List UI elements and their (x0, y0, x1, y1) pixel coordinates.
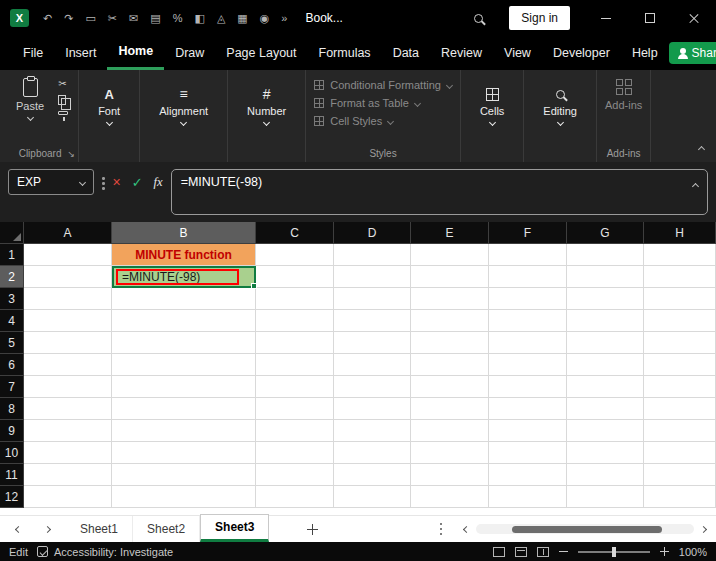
cell-E6[interactable] (411, 354, 489, 376)
cell-D3[interactable] (334, 288, 411, 310)
cell-A6[interactable] (24, 354, 112, 376)
cell-C6[interactable] (256, 354, 334, 376)
cell-G5[interactable] (567, 332, 644, 354)
font-button[interactable]: A Font (87, 76, 131, 146)
select-all-corner[interactable] (0, 222, 24, 244)
column-header-E[interactable]: E (411, 222, 489, 244)
next-sheet-button[interactable] (44, 525, 51, 532)
minimize-button[interactable] (584, 0, 628, 36)
cell-D10[interactable] (334, 442, 411, 464)
cell-C12[interactable] (256, 486, 334, 508)
cell-E11[interactable] (411, 464, 489, 486)
row-header-9[interactable]: 9 (0, 420, 24, 442)
paste-page-icon[interactable]: ▭ (79, 0, 101, 36)
cell-B9[interactable] (112, 420, 256, 442)
cell-F8[interactable] (489, 398, 567, 420)
row-header-1[interactable]: 1 (0, 244, 24, 266)
cell-H9[interactable] (644, 420, 716, 442)
cell-E3[interactable] (411, 288, 489, 310)
tab-review[interactable]: Review (430, 36, 493, 70)
column-header-B[interactable]: B (112, 222, 256, 244)
zoom-in-button[interactable] (660, 547, 669, 556)
collapse-ribbon-button[interactable] (699, 138, 704, 156)
cell-C5[interactable] (256, 332, 334, 354)
cell-F9[interactable] (489, 420, 567, 442)
cell-B10[interactable] (112, 442, 256, 464)
enter-button[interactable]: ✓ (132, 176, 143, 189)
column-header-D[interactable]: D (334, 222, 411, 244)
cell-E2[interactable] (411, 266, 489, 288)
cell-A3[interactable] (24, 288, 112, 310)
cell-A2[interactable] (24, 266, 112, 288)
clipboard-dialog-launcher-icon[interactable]: ↘ (68, 150, 76, 159)
cell-B12[interactable] (112, 486, 256, 508)
cut-button[interactable]: ✂ (58, 79, 68, 89)
sheet-tab-sheet1[interactable]: Sheet1 (66, 516, 133, 542)
cell-D12[interactable] (334, 486, 411, 508)
cell-D7[interactable] (334, 376, 411, 398)
copy-button[interactable] (58, 95, 66, 105)
cell-D11[interactable] (334, 464, 411, 486)
cell-C9[interactable] (256, 420, 334, 442)
sheet-tab-sheet2[interactable]: Sheet2 (133, 516, 200, 542)
cell-E7[interactable] (411, 376, 489, 398)
cell-C7[interactable] (256, 376, 334, 398)
cell-D6[interactable] (334, 354, 411, 376)
cell-E5[interactable] (411, 332, 489, 354)
cell-D2[interactable] (334, 266, 411, 288)
cell-E12[interactable] (411, 486, 489, 508)
cell-D5[interactable] (334, 332, 411, 354)
fill-color-icon[interactable]: ◧ (188, 0, 210, 36)
tab-help[interactable]: Help (621, 36, 669, 70)
column-header-C[interactable]: C (256, 222, 334, 244)
previous-sheet-button[interactable] (15, 525, 22, 532)
alignment-button[interactable]: ≡ Alignment (148, 76, 219, 146)
cell-G1[interactable] (567, 244, 644, 266)
format-as-table-button[interactable]: Format as Table (314, 97, 420, 109)
tab-insert[interactable]: Insert (54, 36, 107, 70)
column-header-H[interactable]: H (644, 222, 716, 244)
row-header-6[interactable]: 6 (0, 354, 24, 376)
normal-view-button[interactable] (493, 547, 505, 557)
fill-handle[interactable] (251, 283, 257, 289)
cell-B11[interactable] (112, 464, 256, 486)
search-button[interactable] (461, 0, 495, 36)
row-header-12[interactable]: 12 (0, 486, 24, 508)
cell-F1[interactable] (489, 244, 567, 266)
cell-B7[interactable] (112, 376, 256, 398)
row-header-4[interactable]: 4 (0, 310, 24, 332)
cell-A5[interactable] (24, 332, 112, 354)
cell-H10[interactable] (644, 442, 716, 464)
zoom-slider[interactable] (578, 551, 650, 553)
formula-input[interactable]: =MINUTE(-98) (171, 169, 708, 215)
editing-button[interactable]: Editing (532, 76, 588, 146)
overflow-icon[interactable]: » (275, 0, 293, 36)
cell-C10[interactable] (256, 442, 334, 464)
sheet-tab-sheet3[interactable]: Sheet3 (200, 514, 269, 542)
cells-button[interactable]: Cells (469, 76, 515, 146)
cell-C4[interactable] (256, 310, 334, 332)
cell-F2[interactable] (489, 266, 567, 288)
cell-C1[interactable] (256, 244, 334, 266)
print-icon[interactable]: ▤ (144, 0, 166, 36)
tab-home[interactable]: Home (107, 36, 164, 70)
cell-G6[interactable] (567, 354, 644, 376)
cell-B3[interactable] (112, 288, 256, 310)
scroll-left-button[interactable] (463, 525, 470, 532)
cell-G2[interactable] (567, 266, 644, 288)
new-sheet-button[interactable] (299, 516, 325, 542)
cell-H6[interactable] (644, 354, 716, 376)
sign-in-button[interactable]: Sign in (509, 6, 570, 30)
cell-G9[interactable] (567, 420, 644, 442)
cell-G8[interactable] (567, 398, 644, 420)
cell-A12[interactable] (24, 486, 112, 508)
cell-A11[interactable] (24, 464, 112, 486)
conditional-formatting-button[interactable]: Conditional Formatting (314, 79, 452, 91)
cell-F10[interactable] (489, 442, 567, 464)
cell-G12[interactable] (567, 486, 644, 508)
camera-icon[interactable]: ◉ (254, 0, 276, 36)
cell-C2[interactable] (256, 266, 334, 288)
cell-D8[interactable] (334, 398, 411, 420)
close-button[interactable] (672, 0, 716, 36)
cell-D4[interactable] (334, 310, 411, 332)
